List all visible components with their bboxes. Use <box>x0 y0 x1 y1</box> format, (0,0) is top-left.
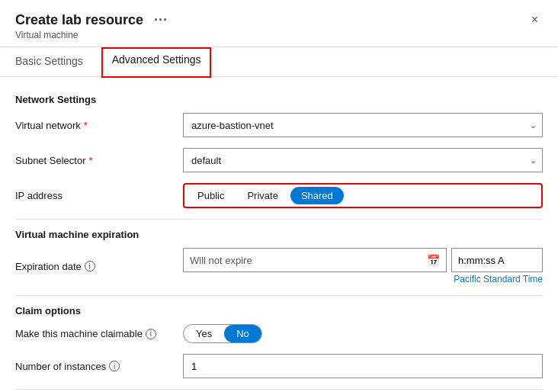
tab-advanced[interactable]: Advanced Settings <box>101 47 212 78</box>
more-options-icon[interactable]: ··· <box>154 12 168 28</box>
dialog-body: Network Settings Virtual network * azure… <box>0 77 558 392</box>
subnet-select[interactable]: default subnet-1 <box>183 148 543 172</box>
claimable-label: Make this machine claimable i <box>15 328 183 339</box>
claimable-yes-button[interactable]: Yes <box>184 325 224 342</box>
expiration-time-input[interactable] <box>451 248 543 272</box>
claimable-row: Make this machine claimable i Yes No <box>15 324 543 343</box>
expiration-divider <box>15 295 543 296</box>
ip-address-control: Public Private Shared <box>183 183 543 208</box>
virtual-network-row: Virtual network * azure-bastion-vnet def… <box>15 113 543 137</box>
instances-row: Number of instances i <box>15 354 543 378</box>
header-title-group: Create lab resource ··· Virtual machine <box>15 12 168 40</box>
virtual-network-select-wrapper: azure-bastion-vnet default-vnet ⌄ <box>183 113 543 137</box>
create-lab-dialog: Create lab resource ··· Virtual machine … <box>0 0 558 392</box>
instances-info-icon[interactable]: i <box>109 361 120 371</box>
network-divider <box>15 219 543 220</box>
virtual-network-required: * <box>84 120 88 131</box>
expiration-section-label: Virtual machine expiration <box>15 229 543 240</box>
claimable-toggle: Yes No <box>183 324 262 343</box>
subnet-selector-label: Subnet Selector * <box>15 155 183 166</box>
network-section-label: Network Settings <box>15 94 543 105</box>
claimable-info-icon[interactable]: i <box>146 329 156 339</box>
virtual-network-label: Virtual network * <box>15 120 183 131</box>
expiration-fields: 📅 <box>183 248 543 272</box>
claim-section-label: Claim options <box>15 305 543 316</box>
expiration-date-row: Expiration date i 📅 Pacific Standard Tim… <box>15 248 543 284</box>
instances-input[interactable] <box>183 354 543 378</box>
ip-private-button[interactable]: Private <box>236 187 288 204</box>
subnet-selector-row: Subnet Selector * default subnet-1 ⌄ <box>15 148 543 172</box>
expiration-wrapper: 📅 Pacific Standard Time <box>183 248 543 284</box>
subnet-select-wrapper: default subnet-1 ⌄ <box>183 148 543 172</box>
ip-public-button[interactable]: Public <box>187 187 235 204</box>
virtual-network-select[interactable]: azure-bastion-vnet default-vnet <box>183 113 543 137</box>
subnet-required: * <box>89 155 93 166</box>
dialog-subtitle: Virtual machine <box>15 30 168 40</box>
claimable-control: Yes No <box>183 324 543 343</box>
instances-control <box>183 354 543 378</box>
expiration-date-label: Expiration date i <box>15 261 183 272</box>
expiration-date-input[interactable] <box>190 255 422 266</box>
tab-basic[interactable]: Basic Settings <box>15 47 95 76</box>
tabs-bar: Basic Settings Advanced Settings <box>0 47 558 77</box>
ip-address-label: IP address <box>15 190 183 201</box>
claimable-no-button[interactable]: No <box>224 325 261 342</box>
close-button[interactable]: × <box>527 12 543 27</box>
ip-shared-button[interactable]: Shared <box>290 187 344 204</box>
expiration-date-info-icon[interactable]: i <box>85 261 95 272</box>
calendar-icon[interactable]: 📅 <box>427 254 440 266</box>
instances-label: Number of instances i <box>15 361 183 372</box>
expiration-date-field: 📅 <box>183 248 447 272</box>
timezone-label: Pacific Standard Time <box>183 274 543 284</box>
dialog-title-row: Create lab resource ··· <box>15 12 168 28</box>
ip-toggle-group: Public Private Shared <box>183 183 543 208</box>
dialog-title: Create lab resource <box>15 12 143 28</box>
claim-divider <box>15 389 543 390</box>
ip-address-row: IP address Public Private Shared <box>15 183 543 208</box>
dialog-header: Create lab resource ··· Virtual machine … <box>0 0 558 47</box>
